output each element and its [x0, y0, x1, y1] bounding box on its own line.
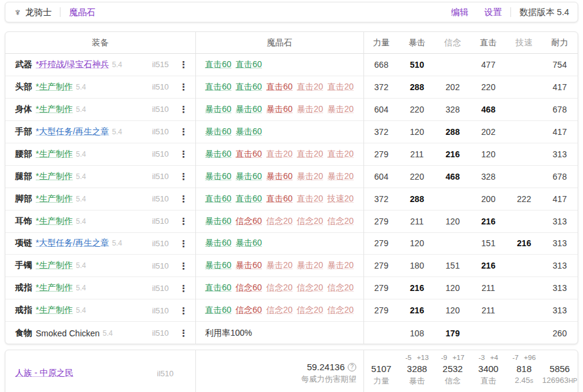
materia-link[interactable]: 暴击20 — [297, 104, 324, 115]
gear-name-link[interactable]: *歼殪战/绿宝石神兵 — [36, 59, 109, 70]
stat-value: 477 — [481, 60, 495, 70]
stat-cell: 372 — [363, 194, 399, 204]
stat-column-header: 耐力 — [542, 38, 578, 48]
row-menu-icon[interactable]: ⋮ — [178, 193, 189, 204]
materia-link[interactable]: 直击60 — [236, 59, 262, 70]
materia-link[interactable]: 直击20 — [297, 149, 324, 160]
materia-link[interactable]: 信念60 — [236, 283, 262, 293]
stat-cell: 120 — [435, 217, 471, 226]
settings-button[interactable]: 设置 — [484, 7, 502, 18]
materia-link[interactable]: 直击20 — [266, 149, 293, 160]
row-menu-icon[interactable]: ⋮ — [178, 283, 189, 294]
materia-link[interactable]: 信念20 — [327, 216, 354, 227]
materia-link[interactable]: 技速20 — [327, 194, 354, 204]
gear-name-link[interactable]: *大型任务/再生之章 — [36, 238, 109, 249]
gear-name-link[interactable]: *生产制作 — [36, 260, 73, 271]
race-link[interactable]: 人族 - 中原之民 — [15, 368, 73, 379]
materia-link[interactable]: 直击60 — [266, 194, 293, 204]
row-menu-icon[interactable]: ⋮ — [178, 148, 189, 160]
row-menu-icon[interactable]: ⋮ — [178, 260, 189, 272]
materia-link[interactable]: 直击60 — [266, 82, 293, 93]
materia-link[interactable]: 信念20 — [266, 283, 293, 293]
gear-ilvl: il510 — [152, 82, 169, 91]
row-menu-icon[interactable]: ⋮ — [178, 171, 189, 182]
materia-link[interactable]: 直击60 — [205, 283, 232, 293]
gear-name-link[interactable]: *生产制作 — [36, 283, 73, 293]
gear-name-link[interactable]: *生产制作 — [36, 194, 73, 204]
row-menu-icon[interactable]: ⋮ — [178, 305, 189, 316]
materia-link[interactable]: 暴击60 — [236, 260, 262, 271]
stat-value: 202 — [481, 127, 495, 137]
materia-link[interactable]: 信念20 — [297, 216, 324, 227]
gear-name-link[interactable]: *生产制作 — [36, 149, 73, 160]
gear-name-link[interactable]: *生产制作 — [36, 171, 73, 182]
materia-link[interactable]: 信念20 — [266, 216, 293, 227]
materia-link[interactable]: 直击60 — [236, 194, 262, 204]
materia-link[interactable]: 直击60 — [205, 82, 232, 93]
stat-value: 216 — [517, 238, 531, 248]
materia-link[interactable]: 暴击60 — [205, 126, 232, 137]
materia-link[interactable]: 暴击20 — [327, 104, 354, 115]
materia-link[interactable]: 暴击60 — [236, 238, 262, 249]
materia-link[interactable]: 暴击60 — [236, 171, 262, 182]
materia-link[interactable]: 暴击60 — [236, 104, 262, 115]
help-icon[interactable]: ? — [348, 363, 356, 371]
gear-name-link[interactable]: *生产制作 — [36, 82, 73, 93]
gear-name-link[interactable]: *生产制作 — [36, 104, 73, 115]
materia-link[interactable]: 暴击60 — [205, 238, 232, 249]
materia-link[interactable]: 信念20 — [297, 283, 324, 293]
materia-link[interactable]: 暴击20 — [297, 171, 324, 182]
materia-link[interactable]: 信念20 — [266, 305, 293, 316]
materia-link[interactable]: 暴击20 — [266, 260, 293, 271]
materia-link[interactable]: 暴击20 — [327, 260, 354, 271]
row-menu-icon[interactable]: ⋮ — [178, 103, 189, 115]
materia-tab-link[interactable]: 魔晶石 — [69, 7, 96, 18]
materia-link[interactable]: 直击60 — [236, 149, 262, 160]
row-menu-icon[interactable]: ⋮ — [178, 126, 189, 137]
slot-label: 身体 — [15, 104, 32, 115]
materia-link[interactable]: 直击60 — [205, 59, 232, 70]
row-menu-icon[interactable]: ⋮ — [178, 215, 189, 227]
materia-link[interactable]: 直击20 — [327, 149, 354, 160]
gear-name-link[interactable]: *生产制作 — [36, 216, 73, 227]
materia-link[interactable]: 直击20 — [297, 194, 324, 204]
stat-value: 260 — [553, 328, 567, 338]
materia-link[interactable]: 直击60 — [205, 194, 232, 204]
materia-link[interactable]: 暴击60 — [266, 171, 293, 182]
materia-link[interactable]: 暴击20 — [297, 260, 324, 271]
materia-link[interactable]: 信念20 — [327, 305, 354, 316]
stat-value: 222 — [517, 194, 531, 204]
materia-link[interactable]: 暴击60 — [236, 126, 262, 137]
row-menu-icon[interactable]: ⋮ — [178, 238, 189, 249]
gear-ilvl: il510 — [152, 149, 169, 158]
gear-row: 身体*生产制作5.4il510⋮暴击60暴击60暴击60暴击20暴击206042… — [5, 99, 578, 121]
equipment-cell: 脚部*生产制作5.4il510⋮ — [5, 193, 195, 204]
topbar-divider — [510, 7, 511, 17]
materia-link[interactable]: 暴击20 — [327, 171, 354, 182]
materia-link[interactable]: 暴击60 — [205, 104, 232, 115]
gear-row: 脚部*生产制作5.4il510⋮直击60直击60直击60直击20技速203722… — [5, 188, 578, 211]
row-menu-icon[interactable]: ⋮ — [178, 81, 189, 93]
materia-link[interactable]: 直击60 — [236, 82, 262, 93]
materia-link[interactable]: 暴击60 — [205, 216, 232, 227]
job-name[interactable]: 龙骑士 — [25, 7, 52, 18]
materia-link[interactable]: 暴击60 — [205, 149, 232, 160]
materia-link[interactable]: 直击60 — [205, 305, 232, 316]
materia-link[interactable]: 直击20 — [327, 82, 354, 93]
materia-link[interactable]: 信念20 — [327, 283, 354, 293]
materia-link[interactable]: 信念20 — [297, 305, 324, 316]
materia-link[interactable]: 直击20 — [297, 82, 324, 93]
equipment-cell: 腿部*生产制作5.4il510⋮ — [5, 171, 195, 182]
materia-link[interactable]: 暴击60 — [205, 260, 232, 271]
materia-link[interactable]: 暴击60 — [205, 171, 232, 182]
gear-name-link[interactable]: *大型任务/再生之章 — [36, 126, 109, 137]
gear-ilvl: il510 — [152, 194, 169, 203]
edit-button[interactable]: 编辑 — [451, 7, 469, 18]
stat-value: 372 — [374, 127, 388, 137]
materia-link[interactable]: 信念60 — [236, 305, 262, 316]
gear-name-link[interactable]: *生产制作 — [36, 305, 73, 316]
row-menu-icon[interactable]: ⋮ — [178, 327, 189, 339]
materia-link[interactable]: 暴击60 — [266, 104, 293, 115]
materia-link[interactable]: 信念60 — [236, 216, 262, 227]
row-menu-icon[interactable]: ⋮ — [178, 59, 189, 70]
